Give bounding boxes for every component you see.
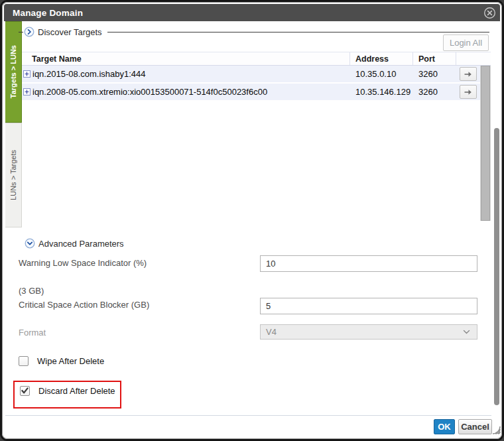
check-icon — [21, 387, 29, 395]
arrow-right-icon — [464, 89, 473, 95]
port-cell: 3260 — [413, 87, 456, 97]
discover-targets-section-header: Discover Targets — [19, 27, 489, 37]
table-scrollbar-thumb[interactable] — [481, 66, 490, 221]
cancel-button-label: Cancel — [461, 422, 489, 432]
cancel-button[interactable]: Cancel — [458, 419, 492, 434]
table-row[interactable]: iqn.2008-05.com.xtremio:xio00153500071-5… — [22, 84, 480, 100]
critical-space-input[interactable] — [260, 298, 477, 314]
advanced-parameters-section-header[interactable]: Advanced Parameters — [25, 238, 124, 249]
ok-button[interactable]: OK — [434, 419, 455, 434]
manage-domain-dialog: Manage Domain Targets > LUNs LUNs > Targ… — [0, 0, 504, 441]
expand-row-icon[interactable] — [23, 70, 31, 78]
close-icon[interactable] — [483, 7, 496, 19]
table-scrollbar[interactable] — [480, 66, 491, 221]
login-target-button[interactable] — [460, 85, 477, 99]
tab-luns-targets-label: LUNs > Targets — [9, 150, 17, 200]
table-row[interactable]: iqn.2015-08.com.ishaby1:444 10.35.0.10 3… — [22, 66, 480, 82]
tab-luns-targets[interactable]: LUNs > Targets — [5, 123, 22, 227]
target-name-text: iqn.2008-05.com.xtremio:xio00153500071-5… — [32, 87, 267, 97]
ok-button-label: OK — [438, 422, 451, 432]
target-name-cell: iqn.2008-05.com.xtremio:xio00153500071-5… — [22, 87, 350, 97]
warning-low-space-input[interactable] — [260, 255, 477, 272]
tab-targets-luns-label: Targets > LUNs — [9, 45, 17, 98]
target-name-cell: iqn.2015-08.com.ishaby1:444 — [22, 69, 350, 79]
critical-space-label: Critical Space Action Blocker (GB) — [19, 300, 149, 310]
column-header-actions — [456, 52, 480, 65]
wipe-after-delete-label: Wipe After Delete — [37, 356, 104, 366]
discard-after-delete-checkbox[interactable] — [20, 386, 30, 396]
row-actions-cell — [456, 85, 480, 99]
dialog-scrollbar-thumb[interactable] — [494, 128, 499, 405]
format-select-value: V4 — [261, 327, 463, 337]
advanced-parameters-label: Advanced Parameters — [38, 239, 124, 249]
wipe-after-delete-row: Wipe After Delete — [19, 356, 104, 366]
address-cell: 10.35.0.10 — [350, 69, 413, 79]
format-select[interactable]: V4 — [260, 324, 477, 340]
warning-low-space-label: Warning Low Space Indicator (%) — [19, 258, 147, 268]
targets-table-body: iqn.2015-08.com.ishaby1:444 10.35.0.10 3… — [22, 66, 480, 101]
port-cell: 3260 — [413, 69, 456, 79]
login-all-label: Login All — [450, 38, 482, 48]
disclosure-expanded-icon[interactable] — [25, 238, 35, 249]
arrow-right-icon — [464, 71, 473, 78]
discover-targets-label: Discover Targets — [38, 27, 102, 37]
wipe-after-delete-checkbox[interactable] — [19, 356, 29, 366]
footer-separator — [5, 415, 491, 416]
dialog-titlebar[interactable]: Manage Domain — [4, 4, 500, 21]
discard-after-delete-label: Discard After Delete — [38, 386, 115, 396]
address-cell: 10.35.146.129 — [350, 87, 413, 97]
column-header-port[interactable]: Port — [413, 52, 456, 65]
expand-row-icon[interactable] — [23, 88, 31, 95]
disclosure-collapsed-icon[interactable] — [24, 27, 34, 37]
login-target-button[interactable] — [460, 67, 477, 81]
column-header-filler — [480, 52, 491, 65]
dialog-title: Manage Domain — [4, 8, 83, 18]
resize-grip-icon[interactable] — [490, 424, 501, 437]
format-label: Format — [19, 328, 46, 338]
column-header-address[interactable]: Address — [350, 52, 413, 65]
chevron-down-icon — [463, 330, 470, 334]
warning-low-space-note: (3 GB) — [19, 286, 44, 296]
target-name-text: iqn.2015-08.com.ishaby1:444 — [32, 69, 146, 79]
legend-right-rule — [107, 32, 489, 32]
login-all-button[interactable]: Login All — [443, 34, 489, 51]
legend-left-rule — [19, 32, 23, 32]
targets-table-header: Target Name Address Port — [22, 52, 491, 66]
column-header-target-name[interactable]: Target Name — [22, 52, 350, 65]
row-actions-cell — [456, 67, 480, 81]
discard-after-delete-row: Discard After Delete — [20, 386, 115, 396]
